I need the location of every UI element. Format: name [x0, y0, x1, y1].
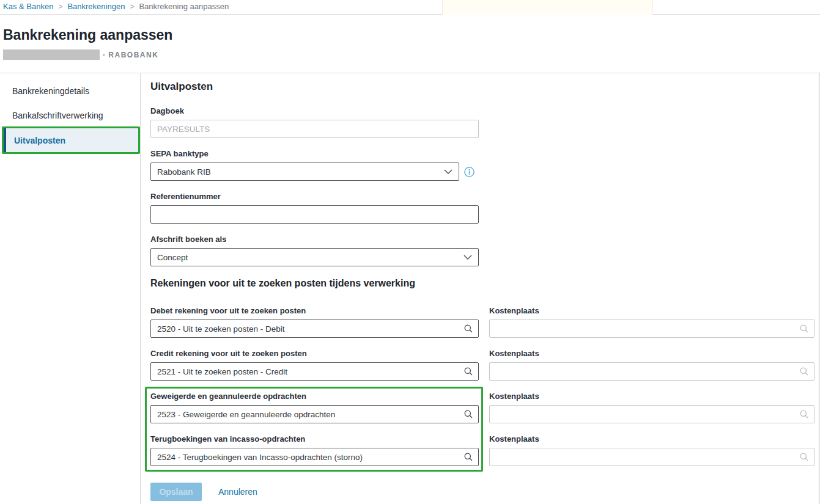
subtitle-separator: · — [103, 50, 105, 59]
breadcrumb-separator: > — [130, 2, 134, 11]
sepa-banktype-select[interactable]: Rabobank RIB — [150, 163, 459, 181]
geweigerde-opdrachten-input[interactable] — [150, 405, 479, 423]
top-right-panel — [442, 0, 653, 15]
debet-rekening-input[interactable] — [150, 320, 479, 338]
kostenplaats-input-4[interactable] — [489, 448, 814, 466]
dagboek-input — [150, 120, 479, 138]
chevron-down-icon — [464, 255, 472, 260]
breadcrumb-link-bankrekeningen[interactable]: Bankrekeningen — [67, 2, 125, 11]
afschrift-boeken-als-select[interactable]: Concept — [150, 248, 479, 266]
cancel-link[interactable]: Annuleren — [218, 487, 257, 497]
referentienummer-label: Referentienummer — [150, 192, 221, 201]
referentienummer-input[interactable] — [150, 205, 479, 224]
green-annotation-sidebar: Uitvalposten — [2, 126, 140, 154]
breadcrumb-current: Bankrekening aanpassen — [139, 2, 229, 11]
chevron-down-icon — [444, 169, 452, 174]
kostenplaats-label-1: Kostenplaats — [489, 306, 539, 315]
info-icon[interactable] — [464, 167, 475, 177]
geweigerde-opdrachten-label: Geweigerde en geannuleerde opdrachten — [150, 392, 306, 401]
terugboekingen-input[interactable] — [150, 448, 479, 466]
sidebar: Bankrekeningdetails Bankafschriftverwerk… — [0, 73, 141, 504]
breadcrumb-link-kas-banken[interactable]: Kas & Banken — [3, 2, 53, 11]
dagboek-label: Dagboek — [150, 106, 184, 115]
breadcrumb-separator: > — [58, 2, 62, 11]
accounts-section-title: Rekeningen voor uit te zoeken posten tij… — [150, 278, 415, 289]
debet-rekening-label: Debet rekening voor uit te zoeken posten — [150, 306, 306, 315]
save-button[interactable]: Opslaan — [150, 483, 202, 501]
terugboekingen-label: Terugboekingen van incasso-opdrachten — [150, 434, 305, 444]
kostenplaats-label-3: Kostenplaats — [489, 392, 539, 401]
bank-name: RABOBANK — [108, 51, 158, 59]
afschrift-boeken-als-label: Afschrift boeken als — [150, 235, 226, 244]
afschrift-boeken-als-value: Concept — [157, 253, 188, 262]
sepa-banktype-label: SEPA banktype — [150, 149, 209, 158]
kostenplaats-label-2: Kostenplaats — [489, 349, 539, 358]
kostenplaats-label-4: Kostenplaats — [489, 434, 539, 444]
sidebar-item-uitvalposten[interactable]: Uitvalposten — [4, 128, 138, 152]
account-subtitle: · RABOBANK — [3, 49, 158, 60]
sidebar-item-bankafschriftverwerking[interactable]: Bankafschriftverwerking — [0, 107, 141, 124]
kostenplaats-input-3[interactable] — [489, 405, 814, 423]
breadcrumb: Kas & Banken > Bankrekeningen > Bankreke… — [3, 2, 229, 11]
kostenplaats-input-1[interactable] — [489, 320, 814, 338]
sepa-banktype-value: Rabobank RIB — [157, 167, 211, 177]
credit-rekening-input[interactable] — [150, 362, 479, 381]
sidebar-item-bankrekeningdetails[interactable]: Bankrekeningdetails — [0, 82, 141, 100]
content-right-border — [819, 73, 819, 504]
redacted-account-number — [3, 49, 100, 60]
page-title: Bankrekening aanpassen — [3, 27, 172, 43]
form-section-title: Uitvalposten — [150, 81, 213, 93]
kostenplaats-input-2[interactable] — [489, 362, 814, 381]
credit-rekening-label: Credit rekening voor uit te zoeken poste… — [150, 349, 307, 358]
